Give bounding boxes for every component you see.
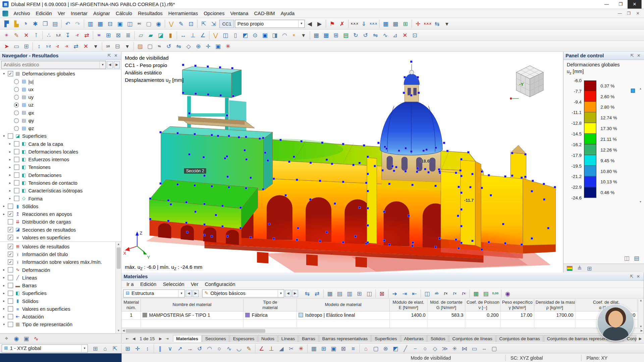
dialog-icon[interactable]: ▣ <box>115 19 125 28</box>
menu-opciones[interactable]: Opciones <box>201 9 227 17</box>
checkbox-tensiones-de-contacto[interactable] <box>14 180 19 186</box>
layers-icon[interactable]: ≣ <box>123 31 133 40</box>
eye-icon[interactable]: ⊙ <box>250 31 260 40</box>
checkbox-s-lidos[interactable] <box>8 298 13 304</box>
radio-z[interactable] <box>14 126 19 131</box>
result-nav-uz[interactable]: ▤uz <box>0 101 121 109</box>
print-icon[interactable]: ▤ <box>50 19 60 28</box>
mat-decimals-icon[interactable]: 0,00 <box>491 289 500 298</box>
menu-edici-n[interactable]: Edición <box>33 9 55 17</box>
prev-case-button[interactable]: ◀ <box>107 61 113 68</box>
half-view-icon[interactable]: ◨ <box>270 31 279 40</box>
checkbox-s-lidos[interactable] <box>8 203 13 209</box>
mat-goto-icon[interactable]: ➔ <box>390 289 399 298</box>
materials-vscroll[interactable]: ▲▼ <box>638 299 644 328</box>
navigation-cube[interactable]: -Y <box>507 58 552 101</box>
table-tab-s-lidos[interactable]: Sólidos <box>427 335 449 342</box>
result-nav-tensiones-de-contacto[interactable]: ▸◧Tensiones de contacto <box>0 179 121 187</box>
tables-icon[interactable]: ▥ <box>86 19 95 28</box>
result-nav-deformaciones[interactable]: ▸◧Deformaciones <box>0 171 121 179</box>
checkbox-deformaciones-globales[interactable]: ✓ <box>8 71 13 76</box>
menu-c-lculo[interactable]: Cálculo <box>113 9 135 17</box>
case-next-icon[interactable]: ▶ <box>315 19 324 28</box>
panel-settings-icon[interactable]: ⊞ <box>584 263 594 273</box>
result-nav-forma[interactable]: ▸◇Forma <box>0 194 121 202</box>
radio-u[interactable] <box>14 79 19 84</box>
radio-uy[interactable] <box>14 95 19 100</box>
sync-up-icon[interactable]: ⇆ <box>302 289 312 298</box>
bb-snapgrid-icon[interactable]: ⊞ <box>123 344 132 353</box>
checkbox-distribuci-n-de-cargas[interactable] <box>8 219 13 225</box>
grid3-icon[interactable]: ▦ <box>321 31 331 40</box>
menu-insertar[interactable]: Insertar <box>68 9 91 17</box>
materials-menu-edici-n[interactable]: Edición <box>137 281 160 287</box>
bb-arc2-icon[interactable]: ◡ <box>234 344 244 353</box>
min-max-icon[interactable]: ⇓ <box>359 19 369 28</box>
mdi-control-[interactable]: ❐ <box>624 11 633 15</box>
materials-table[interactable]: Materialnúm.Nombre del materialTipo dema… <box>121 299 637 327</box>
legend-handle[interactable] <box>631 88 635 93</box>
sc-icon[interactable]: sc <box>135 19 144 28</box>
checkbox-tensiones[interactable] <box>14 165 19 170</box>
table-tab-superficies[interactable]: Superficies <box>371 335 400 342</box>
table-minus-icon[interactable]: ⊟ <box>105 19 115 28</box>
result-table-icon[interactable]: ▦ <box>381 19 390 28</box>
structure-select[interactable]: ⊟Estructura▾ <box>123 289 185 297</box>
nav-camera-icon[interactable]: ▣ <box>21 334 31 343</box>
rotate2-icon[interactable]: ↺ <box>164 42 174 51</box>
empty-box-icon[interactable]: ▢ <box>145 42 155 51</box>
filter2-icon[interactable]: ⋁ <box>211 31 220 40</box>
menu-asignar[interactable]: Asignar <box>90 9 113 17</box>
more3-icon[interactable]: ▾ <box>91 42 101 51</box>
grid2-icon[interactable]: ▦ <box>311 31 321 40</box>
column-header-m-d-de-cortante[interactable]: Mód. de cortanteG [N/mm²] <box>427 299 465 311</box>
bb-raster2-icon[interactable]: ⊞ <box>319 344 328 353</box>
mat-export-icon[interactable]: ▤ <box>481 289 491 298</box>
solid-icon[interactable]: ▮ <box>165 31 175 40</box>
bb-star2-icon[interactable]: ✳ <box>450 344 460 353</box>
material-row-1[interactable]: 1MAMPOSTERIA SF - TIPO 1FábricaIsótropo … <box>122 311 637 319</box>
checkbox-cara-de-la-capa[interactable] <box>14 141 19 146</box>
more-icon[interactable]: ▾ <box>442 19 452 28</box>
render-mode-icon[interactable]: ◉ <box>154 19 163 28</box>
menu-herramientas[interactable]: Herramientas <box>165 9 201 17</box>
materials-hscroll[interactable]: ◀▶ <box>121 328 643 333</box>
table-tab-barras[interactable]: Barras <box>299 335 318 342</box>
mat-help-icon[interactable]: ◉ <box>503 289 513 298</box>
node-icon[interactable]: ⊺ <box>31 31 41 40</box>
rotate-cw-icon[interactable]: ↻ <box>351 31 361 40</box>
triangle-icon[interactable]: ⊿ <box>390 31 400 40</box>
column-header-peso-espec-fico[interactable]: Peso específicoγ [kN/m³] <box>500 299 534 311</box>
filter-icon[interactable]: ⋁ <box>166 19 176 28</box>
radio-y[interactable] <box>14 118 19 123</box>
bb-raster-icon[interactable]: ▦ <box>309 344 319 353</box>
result-nav-y[interactable]: ▤φy <box>0 117 121 124</box>
close-button[interactable]: ✕ <box>628 0 642 9</box>
table-tab-materiales[interactable]: Materiales <box>173 335 201 342</box>
pager-last[interactable]: ⇥ <box>164 336 170 340</box>
select-rect-icon[interactable]: ▭ <box>11 42 21 51</box>
result-nav-secciones-de-resultados[interactable]: ✓◪Secciones de resultados <box>0 226 121 233</box>
bb-move-icon[interactable]: ↕ <box>143 344 152 353</box>
mat-add-icon[interactable]: ⊞ <box>355 289 364 298</box>
display-nav-s-lidos[interactable]: ▸▮Sólidos <box>0 297 115 305</box>
mdi-control-[interactable]: ✕ <box>633 11 642 15</box>
analysis-type-select[interactable]: Análisis estático▾ <box>1 61 106 69</box>
result-nav-tensiones[interactable]: ▸◧Tensiones <box>0 163 121 171</box>
menu-ayuda[interactable]: Ayuda <box>278 9 298 17</box>
move-z-icon[interactable]: ↕ <box>34 42 44 51</box>
drop-node-icon[interactable]: ↧ <box>63 31 72 40</box>
checkbox-deformaciones-locales[interactable] <box>14 149 19 154</box>
mat-list-icon[interactable]: ▥ <box>344 289 354 298</box>
mat-fx2-icon[interactable]: ƒx <box>450 289 459 298</box>
bb-grid-icon[interactable]: ⊞ <box>90 344 100 353</box>
mat-import-icon[interactable]: ▦ <box>471 289 481 298</box>
table-tab-espesores[interactable]: Espesores <box>230 335 258 342</box>
radio-uz[interactable] <box>14 103 19 108</box>
result-nav-reacciones-en-apoyos[interactable]: ▸✓↥Reacciones en apoyos <box>0 210 121 218</box>
checkbox-valores-en-superficies[interactable]: ✓ <box>8 235 13 240</box>
add-node-icon[interactable]: ⊕ <box>194 42 203 51</box>
expand-icon[interactable]: ⇲ <box>209 19 218 28</box>
mat-view-icon[interactable]: ◫ <box>422 289 432 298</box>
table-tab-nudos[interactable]: Nudos <box>258 335 278 342</box>
